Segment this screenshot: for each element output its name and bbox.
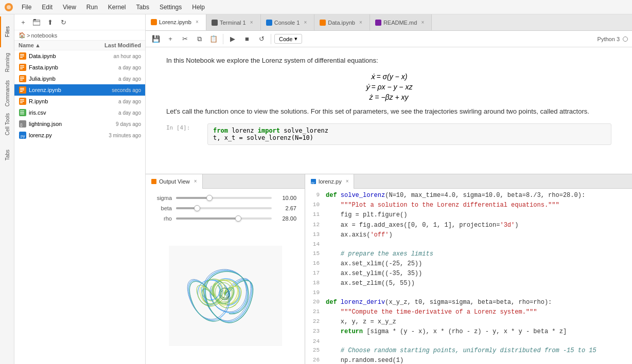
restart-button[interactable]: ↺ [255,33,268,45]
code-line-10: 10 """Plot a solution to the Lorenz diff… [305,201,632,210]
tab-label: README.md [383,20,417,26]
sidebar-item-files[interactable]: Files [0,16,14,47]
equation-2: ẏ = ρx − y − xz [166,83,611,91]
toolbar-divider2 [271,34,271,44]
terminal-tab-icon [212,20,218,26]
tab-data[interactable]: Data.ipynb × [314,14,370,31]
menu-kernel[interactable]: Kernel [104,3,130,12]
save-button[interactable]: 💾 [150,33,162,45]
sidebar-item-celltools[interactable]: Cell Tools [0,109,14,140]
tab-close-lorenz[interactable]: × [194,19,201,26]
rho-slider[interactable] [176,217,272,220]
sigma-slider[interactable] [176,197,272,199]
notebook-icon [19,63,27,71]
rho-value: 28.00 [276,215,296,222]
add-cell-button[interactable]: + [164,33,177,45]
file-modified: a day ago [90,99,141,104]
upload-button[interactable]: ⬆ [44,16,56,28]
run-button[interactable]: ▶ [226,33,239,45]
sidebar-item-tabs[interactable]: Tabs [0,140,14,171]
tab-close-data[interactable]: × [357,19,364,26]
kernel-status: Python 3 [598,36,628,42]
sidebar-item-commands[interactable]: Commands [0,78,14,109]
code-panel: py lorenz.py × 9 def solve_lorenz(N=10, … [305,174,632,364]
home-icon: 🏠 [19,32,26,39]
menu-edit[interactable]: Edit [38,3,57,12]
tab-terminal[interactable]: Terminal 1 × [206,14,261,31]
cell-type-select[interactable]: Code ▾ [274,34,302,44]
svg-rect-32 [151,179,156,184]
menu-bar: File Edit View Run Kernel Tabs Settings … [0,0,632,14]
file-name: R.ipynb [29,98,90,104]
new-folder-button[interactable] [31,16,42,28]
lorenzpy-tab[interactable]: py lorenz.py × [305,174,354,189]
menu-run[interactable]: Run [82,3,102,12]
file-item-lorenzpy[interactable]: py lorenz.py 3 minutes ago [14,130,145,141]
svg-rect-33 [169,246,282,346]
file-item-data[interactable]: Data.ipynb an hour ago [14,50,145,62]
new-file-button[interactable]: + [17,16,29,28]
file-item-iris[interactable]: iris.csv a day ago [14,107,145,118]
menu-view[interactable]: View [59,3,80,12]
svg-rect-23 [20,102,23,103]
svg-rect-11 [20,68,23,69]
file-item-fasta[interactable]: Fasta.ipynb a day ago [14,62,145,73]
breadcrumb-path[interactable]: notebooks [31,32,57,39]
paste-button[interactable]: 📋 [207,33,220,45]
kw-import: import [258,127,280,134]
svg-rect-27 [20,114,24,114]
svg-rect-2 [33,20,40,25]
file-list-header: Name ▲ Last Modified [14,41,145,50]
code-line-18: 18 ax.set_zlim((5, 55)) [305,279,632,288]
tab-close-console[interactable]: × [302,19,309,26]
file-name: Data.ipynb [29,53,90,59]
file-item-lightning[interactable]: {} lightning.json 9 days ago [14,118,145,130]
file-name: lorenz.py [29,132,90,138]
notebook-icon [19,52,27,60]
tab-close-terminal[interactable]: × [248,19,255,26]
col-modified-header[interactable]: Last Modified [90,42,141,48]
tab-lorenz[interactable]: Lorenz.ipynb × [146,14,206,31]
code-line-24: 24 [305,337,632,347]
kernel-indicator [623,37,628,42]
output-view-tab[interactable]: Output View × [146,174,203,189]
code-line-16: 16 ax.set_xlim((-25, 25)) [305,259,632,269]
svg-rect-19 [20,91,23,92]
sidebar-item-running[interactable]: Running [0,47,14,78]
code-line-11: 11 fig = plt.figure() [305,210,632,220]
copy-button[interactable]: ⧉ [193,33,205,45]
svg-rect-22 [20,101,24,102]
svg-rect-15 [20,80,23,81]
csv-icon [19,108,27,117]
refresh-button[interactable]: ↻ [58,16,69,28]
file-name: Julia.ipynb [29,76,90,82]
code-tab-close[interactable]: × [346,178,349,184]
svg-text:{}: {} [20,123,23,127]
cell-type-label: Code [279,36,292,42]
code-line-15: 15 # prepare the axes limits [305,249,632,259]
menu-file[interactable]: File [17,3,36,12]
rho-slider-row: rho 28.00 [154,215,296,222]
beta-slider[interactable] [176,207,272,209]
tab-readme[interactable]: README.md × [370,14,432,31]
content-area: Lorenz.ipynb × Terminal 1 × Console 1 × … [146,14,632,364]
file-item-lorenz[interactable]: Lorenz.ipynb seconds ago [14,84,145,96]
tab-bar: Lorenz.ipynb × Terminal 1 × Console 1 × … [146,14,632,31]
file-item-julia[interactable]: Julia.ipynb a day ago [14,73,145,84]
tab-console[interactable]: Console 1 × [261,14,315,31]
menu-tabs[interactable]: Tabs [132,3,153,12]
code-content[interactable]: 9 def solve_lorenz(N=10, max_time=4.0, s… [305,189,632,364]
tab-close-readme[interactable]: × [419,19,426,26]
file-item-r[interactable]: R.ipynb a day ago [14,96,145,107]
cell-content[interactable]: from lorenz import solve_lorenz t, x_t =… [207,123,611,145]
cell-prompt: In [4]: [166,123,207,145]
stop-button[interactable]: ■ [241,33,253,45]
menu-help[interactable]: Help [188,3,209,12]
menu-settings[interactable]: Settings [155,3,186,12]
md-tab-icon [375,20,381,26]
output-close-button[interactable]: × [194,178,197,184]
cut-button[interactable]: ✂ [179,33,191,45]
code-line-19: 19 [305,288,632,298]
intro-text: In this Notebook we explore the Lorenz s… [166,56,611,66]
col-name-header[interactable]: Name ▲ [19,42,90,48]
